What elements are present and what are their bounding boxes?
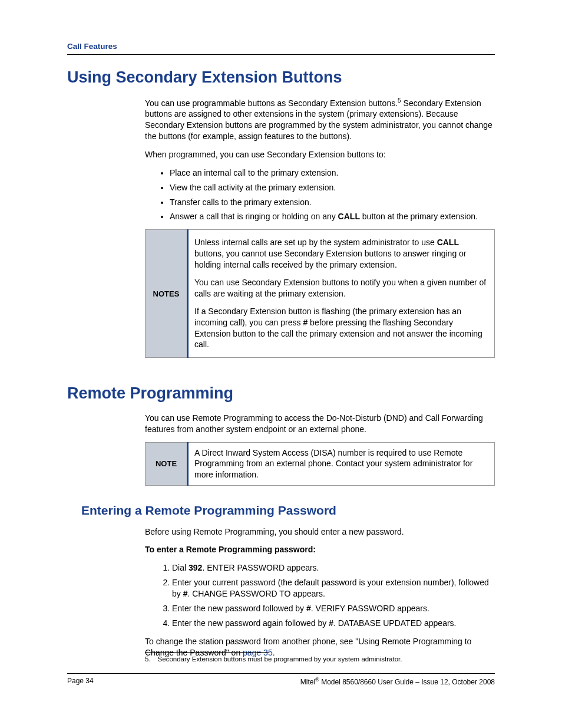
- list-item: Enter the new password again followed by…: [172, 618, 495, 629]
- ordered-list: Dial 392. ENTER PASSWORD appears. Enter …: [145, 562, 495, 628]
- text: button at the primary extension.: [360, 212, 478, 221]
- text: You can use programmable buttons as Seco…: [145, 98, 398, 107]
- list-item: Place an internal call to the primary ex…: [170, 167, 495, 179]
- footnote-text: Secondary Extension buttons must be prog…: [158, 655, 402, 664]
- list-item: Transfer calls to the primary extension.: [170, 197, 495, 208]
- footnote-separator: [145, 652, 269, 653]
- procedure-lead: To enter a Remote Programming password:: [145, 544, 495, 555]
- text: Model 8560/8660 User Guide – Issue 12, O…: [319, 678, 495, 686]
- list-item: View the call activity at the primary ex…: [170, 182, 495, 193]
- heading-entering-password: Entering a Remote Programming Password: [81, 502, 495, 519]
- note-box: NOTE A Direct Inward System Access (DISA…: [145, 442, 495, 486]
- paragraph: You can use programmable buttons as Seco…: [145, 97, 495, 142]
- text: Dial: [172, 563, 189, 572]
- note-label: NOTE: [146, 442, 188, 486]
- list-item: Dial 392. ENTER PASSWORD appears.: [172, 562, 495, 574]
- text: Mitel: [300, 678, 315, 686]
- registered-mark: ®: [315, 677, 319, 683]
- footnote: 5. Secondary Extension buttons must be p…: [145, 655, 495, 664]
- notes-label: NOTES: [146, 230, 188, 358]
- text-bold: CALL: [437, 238, 459, 247]
- heading-remote-programming: Remote Programming: [67, 383, 495, 404]
- paragraph: You can use Remote Programming to access…: [145, 413, 495, 435]
- paragraph: Before using Remote Programming, you sho…: [145, 526, 495, 538]
- notes-content: Unless internal calls are set up by the …: [188, 230, 495, 358]
- page-footer: Page 34 Mitel® Model 8560/8660 User Guid…: [67, 673, 495, 687]
- text: Enter the new password again followed by: [172, 618, 329, 628]
- text: Unless internal calls are set up by the …: [194, 238, 437, 247]
- text: . CHANGE PASSWORD TO appears.: [187, 589, 325, 598]
- text: . DATABASE UPDATED appears.: [333, 618, 457, 628]
- text: Answer a call that is ringing or holding…: [170, 212, 338, 221]
- section-header: Call Features: [67, 41, 495, 55]
- text: buttons, you cannot use Secondary Extens…: [194, 249, 467, 269]
- page-number: Page 34: [67, 676, 94, 687]
- note-content: A Direct Inward System Access (DISA) num…: [188, 442, 495, 486]
- text-bold: #: [306, 604, 311, 613]
- text: . VERIFY PASSWORD appears.: [311, 604, 429, 613]
- footer-doc-title: Mitel® Model 8560/8660 User Guide – Issu…: [300, 676, 495, 687]
- text-bold: CALL: [338, 212, 360, 221]
- text: You can use Secondary Extension buttons …: [194, 274, 488, 302]
- list-item: Answer a call that is ringing or holding…: [170, 211, 495, 222]
- list-item: Enter the new password followed by #. VE…: [172, 603, 495, 614]
- list-item: Enter your current password (the default…: [172, 577, 495, 599]
- bullet-list: Place an internal call to the primary ex…: [145, 167, 495, 223]
- paragraph: When programmed, you can use Secondary E…: [145, 149, 495, 160]
- text-bold: 392: [189, 563, 202, 572]
- text: . ENTER PASSWORD appears.: [202, 563, 319, 572]
- text-bold: #: [329, 618, 333, 628]
- heading-secondary-extension: Using Secondary Extension Buttons: [67, 67, 495, 88]
- footnote-number: 5.: [145, 655, 151, 664]
- text: Enter the new password followed by: [172, 604, 306, 613]
- notes-box: NOTES Unless internal calls are set up b…: [145, 229, 495, 358]
